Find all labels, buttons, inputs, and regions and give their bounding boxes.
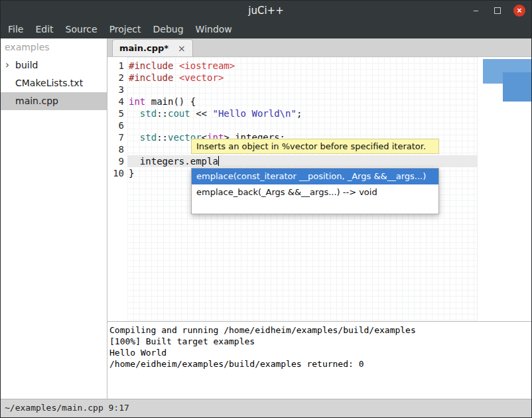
output-line: /home/eidheim/examples/build/examples re…: [109, 358, 531, 370]
code-text: #include <vector>: [127, 72, 477, 84]
output-line: Compiling and running /home/eidheim/exam…: [109, 324, 531, 336]
code-text: [127, 84, 477, 96]
editor-line[interactable]: 4int main() {: [107, 96, 477, 107]
window-title: juCi++: [1, 1, 531, 21]
code-token: main() {: [145, 96, 196, 107]
menu-item-project[interactable]: Project: [103, 21, 147, 38]
code-token: cout: [168, 108, 190, 119]
editor-line[interactable]: 6: [107, 119, 477, 131]
code-token: #include: [129, 60, 173, 71]
output-line: [100%] Built target examples: [109, 336, 531, 347]
tree-item-label: CMakeLists.txt: [15, 78, 83, 88]
code-token: [129, 132, 140, 143]
tab-main-cpp[interactable]: main.cpp* ×: [112, 39, 193, 56]
code-token: "Hello World\n": [212, 108, 296, 119]
minimize-icon: −: [473, 5, 478, 16]
line-number: 3: [107, 84, 127, 96]
close-button[interactable]: ×: [513, 4, 526, 17]
code-token: [129, 108, 140, 119]
code-token: <<: [190, 108, 213, 119]
line-number: 2: [107, 72, 127, 84]
minimize-button[interactable]: −: [469, 4, 482, 17]
menubar: File Edit Source Project Debug Window: [1, 21, 531, 38]
menu-item-edit[interactable]: Edit: [29, 21, 59, 38]
completion-item-emplace-back[interactable]: emplace_back(_Args &&__args...) --> void: [192, 184, 438, 200]
window-controls: − ×: [469, 1, 526, 21]
code-text: int main() {: [127, 96, 477, 107]
code-token: ;: [297, 108, 302, 119]
code-token: #include: [129, 72, 173, 83]
line-number: 4: [107, 96, 127, 107]
code-token: std: [140, 132, 157, 143]
app-window: juCi++ − × File Edit Source Project Debu…: [0, 0, 532, 418]
project-name: examples: [1, 38, 107, 56]
code-text: std::cout << "Hello World\n";: [127, 107, 477, 119]
code-token: std: [140, 108, 157, 119]
restore-icon: [494, 7, 501, 14]
code-token: <vector>: [179, 72, 224, 83]
tab-label: main.cpp*: [119, 43, 168, 53]
code-text: #include <iostream>: [127, 60, 477, 72]
status-file-position: ~/examples/main.cpp 9:17: [5, 403, 129, 413]
line-number: 7: [107, 131, 127, 143]
menu-item-source[interactable]: Source: [60, 21, 103, 38]
line-number: 8: [107, 143, 127, 155]
scrollbar-thumb[interactable]: [503, 72, 531, 102]
tree-item-label: main.cpp: [15, 96, 58, 106]
line-number: 6: [107, 119, 127, 131]
editor-line-current[interactable]: 9 integers.empla: [107, 155, 477, 167]
tree-item-cmakelists-txt[interactable]: CMakeLists.txt: [1, 74, 107, 92]
tab-close-icon[interactable]: ×: [178, 43, 186, 54]
editor-content: 1#include <iostream> 2#include <vector> …: [107, 60, 477, 179]
line-number: 9: [107, 155, 127, 167]
code-token: [173, 72, 178, 83]
tab-bar: main.cpp* ×: [107, 38, 531, 57]
menu-item-debug[interactable]: Debug: [147, 21, 190, 38]
tree-item-build[interactable]: ›build: [1, 56, 107, 74]
code-token: int: [129, 96, 145, 107]
code-token: ::: [157, 132, 168, 143]
line-number: 5: [107, 107, 127, 119]
editor-line[interactable]: 5 std::cout << "Hello World\n";: [107, 107, 477, 119]
code-text: integers.empla: [127, 155, 477, 167]
completion-item-emplace[interactable]: emplace(const_iterator __position, _Args…: [192, 169, 438, 184]
tree-item-label: build: [15, 60, 38, 70]
chevron-right-icon[interactable]: ›: [5, 56, 9, 74]
status-bar: ~/examples/main.cpp 9:17: [1, 399, 531, 417]
code-token: <iostream>: [179, 60, 235, 71]
doc-tooltip: Inserts an object in %vector before spec…: [191, 139, 439, 154]
menu-item-file[interactable]: File: [2, 21, 29, 38]
code-token: integers.empla: [129, 156, 218, 167]
editor-line[interactable]: 2#include <vector>: [107, 72, 477, 84]
doc-tooltip-text: Inserts an object in %vector before spec…: [196, 141, 426, 151]
editor-line[interactable]: 1#include <iostream>: [107, 60, 477, 72]
code-token: [173, 60, 178, 71]
output-line: Hello World: [109, 347, 531, 358]
menu-item-window[interactable]: Window: [190, 21, 238, 38]
output-panel: Compiling and running /home/eidheim/exam…: [107, 321, 531, 399]
file-tree-panel: examples ›build CMakeLists.txt main.cpp: [1, 38, 107, 399]
titlebar[interactable]: juCi++ − ×: [1, 1, 531, 21]
restore-button[interactable]: [491, 4, 504, 17]
code-token: }: [129, 168, 134, 178]
close-icon: ×: [513, 5, 525, 17]
line-number: 10: [107, 167, 127, 179]
completion-popup: emplace(const_iterator __position, _Args…: [191, 168, 439, 214]
code-token: ::: [157, 108, 168, 119]
code-text: [127, 119, 477, 131]
tree-item-main-cpp[interactable]: main.cpp: [1, 92, 107, 110]
line-number: 1: [107, 60, 127, 72]
editor-line[interactable]: 3: [107, 84, 477, 96]
text-cursor: [218, 156, 219, 166]
